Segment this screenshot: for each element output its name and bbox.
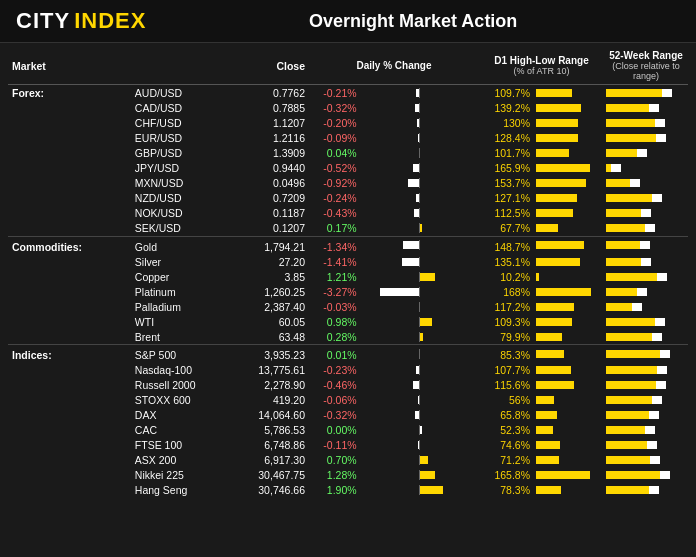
d1-range-bar — [534, 131, 604, 146]
close-value: 1,260.25 — [239, 284, 309, 299]
close-value: 30,467.75 — [239, 468, 309, 483]
d1-range-bar — [534, 191, 604, 206]
d1-range-bar — [534, 146, 604, 161]
section-label — [8, 131, 131, 146]
d1-range-bar — [534, 101, 604, 116]
d1-range-value: 135.1% — [479, 254, 534, 269]
section-label — [8, 329, 131, 345]
d1-range-value: 117.2% — [479, 299, 534, 314]
market-name: Copper — [131, 269, 239, 284]
section-label: Indices: — [8, 345, 131, 363]
change-bar — [361, 314, 479, 329]
section-label — [8, 408, 131, 423]
close-value: 0.9440 — [239, 161, 309, 176]
52week-bar — [604, 221, 688, 237]
change-bar — [361, 206, 479, 221]
change-value: -0.23% — [309, 363, 361, 378]
close-value: 1.2116 — [239, 131, 309, 146]
close-value: 5,786.53 — [239, 423, 309, 438]
market-name: AUD/USD — [131, 85, 239, 101]
market-name: Brent — [131, 329, 239, 345]
col-header-market: Market — [8, 47, 239, 85]
d1-range-bar — [534, 269, 604, 284]
change-value: -0.06% — [309, 393, 361, 408]
d1-range-bar — [534, 206, 604, 221]
change-bar — [361, 254, 479, 269]
section-label: Forex: — [8, 85, 131, 101]
change-bar — [361, 85, 479, 101]
section-label — [8, 363, 131, 378]
change-bar — [361, 269, 479, 284]
change-value: -1.34% — [309, 236, 361, 254]
section-label — [8, 483, 131, 498]
52week-bar — [604, 284, 688, 299]
52week-bar — [604, 483, 688, 498]
52week-bar — [604, 408, 688, 423]
d1-range-value: 79.9% — [479, 329, 534, 345]
market-name: Hang Seng — [131, 483, 239, 498]
change-value: -0.32% — [309, 101, 361, 116]
section-label — [8, 299, 131, 314]
section-label — [8, 423, 131, 438]
market-name: SEK/USD — [131, 221, 239, 237]
close-value: 2,278.90 — [239, 378, 309, 393]
d1-range-bar — [534, 363, 604, 378]
d1-range-bar — [534, 378, 604, 393]
d1-range-bar — [534, 161, 604, 176]
change-value: -0.21% — [309, 85, 361, 101]
change-bar — [361, 161, 479, 176]
section-label — [8, 284, 131, 299]
52week-bar — [604, 206, 688, 221]
change-bar — [361, 236, 479, 254]
close-value: 1.1207 — [239, 116, 309, 131]
d1-range-value: 168% — [479, 284, 534, 299]
section-label — [8, 161, 131, 176]
d1-range-value: 165.9% — [479, 161, 534, 176]
market-name: GBP/USD — [131, 146, 239, 161]
change-value: 0.01% — [309, 345, 361, 363]
market-name: FTSE 100 — [131, 438, 239, 453]
change-bar — [361, 176, 479, 191]
d1-range-value: 165.8% — [479, 468, 534, 483]
52week-bar — [604, 269, 688, 284]
market-name: EUR/USD — [131, 131, 239, 146]
change-value: -0.24% — [309, 191, 361, 206]
change-bar — [361, 408, 479, 423]
section-label — [8, 453, 131, 468]
d1-range-value: 112.5% — [479, 206, 534, 221]
52week-bar — [604, 85, 688, 101]
d1-range-bar — [534, 284, 604, 299]
d1-range-value: 148.7% — [479, 236, 534, 254]
52week-bar — [604, 299, 688, 314]
market-name: Silver — [131, 254, 239, 269]
close-value: 27.20 — [239, 254, 309, 269]
close-value: 1,794.21 — [239, 236, 309, 254]
market-name: CAC — [131, 423, 239, 438]
close-value: 0.7885 — [239, 101, 309, 116]
d1-range-value: 130% — [479, 116, 534, 131]
52week-bar — [604, 116, 688, 131]
market-name: CHF/USD — [131, 116, 239, 131]
section-label — [8, 221, 131, 237]
logo-city: CITY — [16, 8, 70, 34]
close-value: 13,775.61 — [239, 363, 309, 378]
52week-bar — [604, 393, 688, 408]
d1-range-bar — [534, 329, 604, 345]
change-bar — [361, 146, 479, 161]
d1-range-value: 78.3% — [479, 483, 534, 498]
change-value: 0.00% — [309, 423, 361, 438]
market-name: ASX 200 — [131, 453, 239, 468]
close-value: 0.0496 — [239, 176, 309, 191]
market-name: MXN/USD — [131, 176, 239, 191]
section-label — [8, 438, 131, 453]
52week-bar — [604, 438, 688, 453]
section-label — [8, 191, 131, 206]
section-label — [8, 393, 131, 408]
change-value: -0.32% — [309, 408, 361, 423]
d1-range-value: 71.2% — [479, 453, 534, 468]
d1-range-value: 52.3% — [479, 423, 534, 438]
d1-range-bar — [534, 299, 604, 314]
change-value: 0.28% — [309, 329, 361, 345]
d1-range-bar — [534, 236, 604, 254]
52week-bar — [604, 191, 688, 206]
